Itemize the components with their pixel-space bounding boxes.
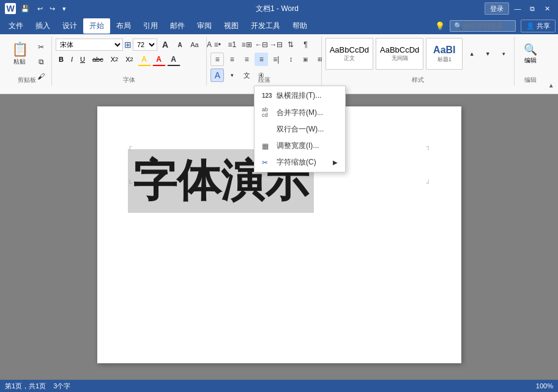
grow-font-button[interactable]: A xyxy=(158,38,172,51)
dropdown-item-2[interactable]: abcd 合并字符(M)... xyxy=(255,104,345,121)
bullets-button[interactable]: ≡• xyxy=(210,38,224,51)
font-size-select[interactable]: 72 xyxy=(133,39,157,51)
adjust-width-icon: ▦ xyxy=(262,142,272,150)
undo-icon[interactable]: ↩ xyxy=(34,3,45,14)
cursor-marker-tl: ┌ xyxy=(128,143,132,150)
font-color2-button[interactable]: A xyxy=(167,53,180,66)
clipboard-group: 📋 粘贴 ✂ ⧉ 🖌 剪贴板 xyxy=(2,37,52,86)
menu-home[interactable]: 开始 xyxy=(83,18,110,34)
menu-design[interactable]: 设计 xyxy=(56,18,83,34)
shading-button[interactable]: ▣ xyxy=(299,53,312,66)
cut-button[interactable]: ✂ xyxy=(34,40,48,54)
styles-scroll-up[interactable]: ▲ xyxy=(465,47,478,61)
font-group: 宋体 ⊞ 72 A A Aa A B I U abc X2 X2 A A xyxy=(52,37,207,86)
ribbon-collapse-button[interactable]: ▲ xyxy=(546,80,556,90)
dropdown-item-3[interactable]: 双行合一(W)... xyxy=(255,121,345,138)
dropdown-item-5[interactable]: ✂ 字符缩放(C) ▶ xyxy=(255,154,345,171)
dropdown-label-1: 纵横混排(T)... xyxy=(277,91,321,101)
mixed-text-icon: 123 xyxy=(262,92,272,99)
styles-label: 样式 xyxy=(322,76,515,84)
cursor-marker-tr: ┐ xyxy=(426,143,430,150)
search-input[interactable] xyxy=(463,22,511,29)
sort-button[interactable]: ⇅ xyxy=(284,38,297,51)
styles-more[interactable]: ▾ xyxy=(497,47,510,61)
font-row-1: 宋体 ⊞ 72 A A Aa A xyxy=(56,38,216,51)
submenu-arrow-icon: ▶ xyxy=(333,159,338,166)
menu-bar: 文件 插入 设计 开始 布局 引用 邮件 审阅 视图 开发工具 帮助 💡 🔍 👤… xyxy=(0,17,558,34)
font-family-select[interactable]: 宋体 xyxy=(56,39,123,51)
menu-review[interactable]: 审阅 xyxy=(191,18,218,34)
status-bar: 第1页，共1页 3个字 100% xyxy=(0,380,558,392)
editing-group: 🔍 编辑 编辑 xyxy=(515,37,546,86)
decrease-indent-button[interactable]: ←⊟ xyxy=(255,38,268,51)
style-heading1[interactable]: AaBI 标题1 xyxy=(426,38,463,70)
menu-layout[interactable]: 布局 xyxy=(110,18,137,34)
dropdown-item-4[interactable]: ▦ 调整宽度(I)... xyxy=(255,138,345,154)
login-button[interactable]: 登录 xyxy=(485,2,509,15)
styles-items: AaBbCcDd 正文 AaBbCcDd 无间隔 AaBI 标题1 ▲ ▼ ▾ xyxy=(326,38,511,70)
menu-developer[interactable]: 开发工具 xyxy=(245,18,286,34)
redo-icon[interactable]: ↪ xyxy=(46,3,58,14)
menu-help[interactable]: 帮助 xyxy=(286,18,313,34)
justify-button[interactable]: ≡ xyxy=(255,53,268,66)
title-left: W 💾 ↩ ↪ ▾ xyxy=(5,3,70,14)
multilevel-button[interactable]: ≡⊞ xyxy=(240,38,253,51)
paste-button[interactable]: 📋 粘贴 xyxy=(6,38,33,70)
styles-scroll-down[interactable]: ▼ xyxy=(481,47,494,61)
find-button[interactable]: 🔍 编辑 xyxy=(518,38,543,70)
show-marks-button[interactable]: ¶ xyxy=(299,38,312,51)
share-button[interactable]: 👤 共享 xyxy=(521,20,556,32)
editing-group-label: 编辑 xyxy=(515,76,546,84)
distributed-button[interactable]: ≡| xyxy=(269,53,283,66)
style-normal[interactable]: AaBbCcDd 正文 xyxy=(326,38,373,70)
quick-access-more-icon[interactable]: ▾ xyxy=(59,3,70,14)
shrink-font-button[interactable]: A xyxy=(173,38,187,51)
line-spacing-button[interactable]: ↕ xyxy=(284,53,297,66)
increase-indent-button[interactable]: →⊟ xyxy=(269,38,283,51)
para-row-2: ≡ ≡ ≡ ≡ ≡| ↕ ▣ ⊞ xyxy=(210,53,327,66)
style-no-spacing-preview: AaBbCcDd xyxy=(380,45,419,54)
strikethrough-button[interactable]: abc xyxy=(89,53,106,65)
save-icon[interactable]: 💾 xyxy=(20,3,31,14)
document-title: 文档1 - Word xyxy=(70,4,485,14)
style-normal-preview: AaBbCcDd xyxy=(330,45,369,54)
align-right-button[interactable]: ≡ xyxy=(240,53,253,66)
close-button[interactable]: ✕ xyxy=(541,2,553,15)
menu-view[interactable]: 视图 xyxy=(218,18,245,34)
bold-button[interactable]: B xyxy=(56,53,67,65)
find-icon: 🔍 xyxy=(524,43,537,56)
superscript-button[interactable]: X2 xyxy=(122,53,136,65)
align-left-button[interactable]: ≡ xyxy=(210,53,224,66)
align-center-button[interactable]: ≡ xyxy=(225,53,239,66)
numbering-button[interactable]: ≡1 xyxy=(225,38,239,51)
minimize-button[interactable]: — xyxy=(511,2,524,15)
font-color-button[interactable]: A xyxy=(152,53,166,66)
font-row-2: B I U abc X2 X2 A A A xyxy=(56,53,180,66)
font-dialog-icon[interactable]: ⊞ xyxy=(124,40,132,50)
search-icon: 🔍 xyxy=(454,22,463,30)
dropdown-label-3: 双行合一(W)... xyxy=(277,124,324,135)
scale-icon: ✂ xyxy=(262,158,272,167)
menu-mail[interactable]: 邮件 xyxy=(164,18,191,34)
menu-file[interactable]: 文件 xyxy=(2,18,29,34)
menu-insert[interactable]: 插入 xyxy=(29,18,56,34)
styles-group: AaBbCcDd 正文 AaBbCcDd 无间隔 AaBI 标题1 ▲ ▼ ▾ … xyxy=(322,37,515,86)
subscript-button[interactable]: X2 xyxy=(108,53,121,65)
title-controls: 登录 — ⧉ ✕ xyxy=(485,2,553,15)
dropdown-item-1[interactable]: 123 纵横混排(T)... xyxy=(255,87,345,104)
copy-button[interactable]: ⧉ xyxy=(34,55,48,68)
paragraph-group: ≡• ≡1 ≡⊞ ←⊟ →⊟ ⇅ ¶ ≡ ≡ ≡ ≡ ≡| ↕ ▣ ⊞ A xyxy=(207,37,321,86)
style-heading1-preview: AaBI xyxy=(433,45,455,56)
search-box[interactable]: 🔍 xyxy=(450,20,516,32)
menu-right: 💡 🔍 👤 共享 xyxy=(435,20,556,32)
restore-button[interactable]: ⧉ xyxy=(526,2,538,15)
word-logo-icon: W xyxy=(5,3,16,14)
lightbulb-icon: 💡 xyxy=(435,21,445,31)
underline-button[interactable]: U xyxy=(77,53,88,65)
menu-references[interactable]: 引用 xyxy=(137,18,164,34)
editing-label: 编辑 xyxy=(524,56,537,65)
text-highlight-button[interactable]: A xyxy=(138,53,151,66)
italic-button[interactable]: I xyxy=(68,53,76,65)
style-no-spacing[interactable]: AaBbCcDd 无间隔 xyxy=(376,38,423,70)
change-case-button[interactable]: Aa xyxy=(188,38,201,51)
